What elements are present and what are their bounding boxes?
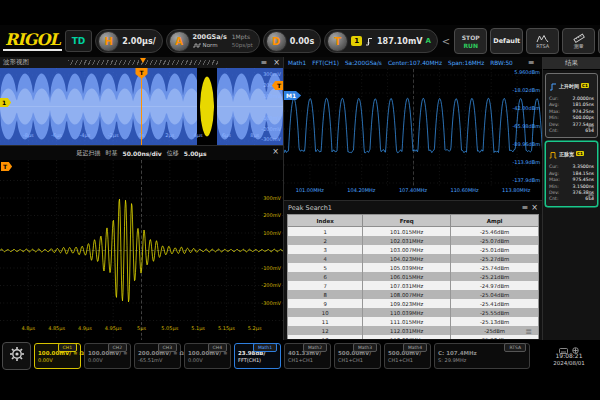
channel-box-ch4[interactable]: CH4100.00mV/=0.00V [184,343,231,369]
channel-box-ch3[interactable]: CH3200.00mV/=Ω-65.51mV [134,343,181,369]
scroll-indicator-icon[interactable]: ≣ [525,328,532,336]
math-tab-label: Math3 [353,343,377,352]
toolbar-button-default[interactable]: Default [490,28,523,54]
delete-measure-icon[interactable] [588,185,594,204]
horizontal-group[interactable]: H 2.00μs/ [95,29,162,53]
peak-cell: 110.039MHz [363,308,451,317]
peak-cell: 113.007MHz [363,335,451,339]
x-tick-label: 104.20MHz [347,187,375,193]
toolbar-buttons: STOPRUNDefaultRTSA测量采样控制多窗口光标 [454,28,600,54]
peak-cell: 108.007MHz [363,290,451,299]
peak-row[interactable]: 1101.015MHz-25.46dBm [288,227,539,237]
trigger-group[interactable]: T 1 187.10mV A [324,29,438,53]
math-box-math4[interactable]: Math4500.00mV/CH1+CH1 [384,343,431,369]
x-tick-label: 101.00MHz [296,187,324,193]
waveform-view-panel[interactable]: 波形视图 ≡ × T 1 T -8μs-6μs-4μs-2μs0s2μs4μs6… [0,57,283,145]
menu-icon[interactable]: ≡ [528,59,535,67]
delay-group[interactable]: D 0.00s [263,29,322,53]
x-tick-label: 107.40MHz [399,187,427,193]
toolbar-button-stop-run[interactable]: STOPRUN [454,28,487,54]
x-tick-label: 110.60MHz [450,187,478,193]
peak-row[interactable]: 6106.015MHz-25.21dBm [288,272,539,281]
zoom-timebase-value: 50.00ns/div [122,150,161,157]
peak-cell: 11 [288,317,363,326]
run-label: RUN [463,42,478,49]
waveform-plot[interactable]: T [0,68,283,145]
peak-cell: -25.21dBm [451,272,539,281]
acquire-group[interactable]: A 200GSa/s Norm 1Mpts 50ps/pt [166,29,260,53]
delay-value: 0.00s [290,37,315,46]
math-box-math2[interactable]: Math2401.33mV/CH1+CH1 [284,343,331,369]
channel-box-ch1[interactable]: CH1100.00mV/=Ω0.00V [34,343,81,369]
peak-row[interactable]: 4104.023MHz-25.27dBm [288,254,539,263]
peak-row[interactable]: 5105.039MHz-25.74dBm [288,263,539,272]
delayed-sweep-panel[interactable]: 延迟扫描 时基 50.00ns/div 位移 5.00μs × T 4.8μs4… [0,145,283,341]
peak-row[interactable]: 2102.031MHz-25.07dBm [288,236,539,245]
fft-sample-rate: Sa:200GSa/s [345,60,382,66]
trigger-status: A [425,37,430,45]
channel-tab-label: CH1 [58,343,77,352]
acquire-knob[interactable]: A [169,31,190,52]
peak-search-panel[interactable]: Peak Search1 ≡ × IndexFreqAmpl1101.015MH… [283,200,542,340]
toolbar-button-measure[interactable]: 测量 [562,28,595,54]
close-icon[interactable]: × [272,148,279,156]
fft-plot[interactable] [284,69,543,186]
trigger-source-badge[interactable]: 1 [351,36,362,46]
sample-resolution: 50ps/pt [232,41,253,49]
waveform-view-title: 波形视图 [3,58,29,67]
channel-box-ch2[interactable]: CH2100.00mV/=0.00V [84,343,131,369]
peak-row[interactable]: 12112.031MHz-25dBm [288,326,539,335]
toolbar-button-label: 测量 [574,44,584,49]
trigger-knob[interactable]: T [327,31,348,52]
measure-name: 正脉宽 [559,151,574,157]
peak-row[interactable]: 3103.007MHz-25.01dBm [288,245,539,254]
peak-cell: 105.039MHz [363,263,451,272]
toolbar-scroll-left[interactable]: < [441,36,451,47]
top-toolbar: RIGOL TD H 2.00μs/ A 200GSa/s Norm 1Mpts… [0,25,600,57]
peak-row[interactable]: 7107.031MHz-24.97dBm [288,281,539,290]
trigger-mode-badge[interactable]: TD [65,30,93,52]
fft-panel[interactable]: Math1 FFT(CH1) Sa:200GSa/s Center:107.40… [283,57,542,200]
delay-knob[interactable]: D [266,31,287,52]
peak-cell: 112.031MHz [363,326,451,335]
math-box-math1[interactable]: Math123.98dB/FFT(CH1) [234,343,281,369]
settings-button[interactable] [2,342,31,370]
horizontal-knob[interactable]: H [98,31,119,52]
toolbar-button-rtsa[interactable]: RTSA [526,28,559,54]
close-icon[interactable]: × [273,59,280,67]
menu-icon[interactable]: ≡ [522,204,529,212]
math-box-math3[interactable]: Math3500.00mV/CH1+CH1 [334,343,381,369]
delete-measure-icon[interactable] [588,116,594,135]
trigger-position-marker[interactable] [140,58,146,63]
peak-column-header: Index [288,215,363,227]
peak-cell: 6 [288,272,363,281]
peak-cell: 101.015MHz [363,227,451,237]
peak-row[interactable]: 10110.039MHz-25.55dBm [288,308,539,317]
results-sidebar: 结果 上升时间C1Cur:2.0000nsAvg:181.05nsMax:974… [542,57,600,340]
close-icon[interactable]: × [531,204,538,212]
menu-icon[interactable]: ≡ [261,59,268,67]
peak-table-wrap: IndexFreqAmpl1101.015MHz-25.46dBm2102.03… [287,214,539,339]
peak-header-row: IndexFreqAmpl [288,215,539,227]
peak-search-title: Peak Search1 [288,204,332,212]
math-expression: FFT(CH1) [238,357,277,364]
peak-row[interactable]: 8108.007MHz-25.04dBm [288,290,539,299]
measure-stat-label: Cnt: [549,128,558,134]
peak-row[interactable]: 13113.007MHz-25.23dBm [288,335,539,339]
peak-cell: 13 [288,335,363,339]
trigger-position-ruler[interactable] [68,60,218,65]
zoom-plot[interactable] [0,160,283,341]
channel-tab-label: CH2 [108,343,127,352]
measure-name: 上升时间 [559,83,579,89]
peak-row[interactable]: 9109.023MHz-25.41dBm [288,299,539,308]
measure-card-1[interactable]: 上升时间C1Cur:2.0000nsAvg:181.05nsMax:974.25… [545,73,598,138]
acquire-mode: Norm [203,41,218,49]
rigol-logo: RIGOL [3,31,62,51]
peak-row[interactable]: 11111.015MHz-25.13dBm [288,317,539,326]
system-time: 19:08:21 [540,352,598,360]
rtsa-box[interactable]: RTSAC: 107.4MHzS: 29.9MHz [434,343,530,369]
measure-card-2[interactable]: 正脉宽C1Cur:3.3500nsAvg:184.15nsMax:975.45n… [545,141,598,206]
fft-center: Center:107.40MHz [388,60,442,66]
offset-label: 位移 [167,149,179,158]
rtsa-icon [536,34,549,43]
